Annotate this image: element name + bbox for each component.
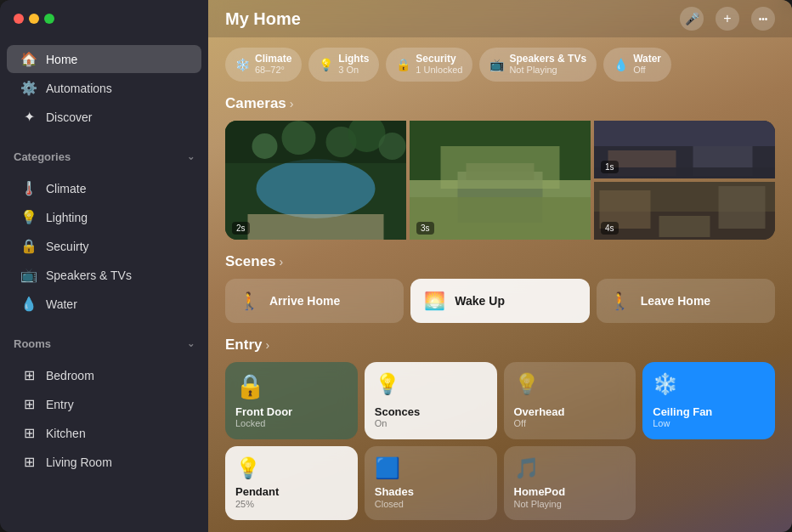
scene-arrive-home[interactable]: 🚶 Arrive Home (225, 279, 404, 323)
minimize-button[interactable] (29, 14, 39, 24)
sidebar-item-lighting[interactable]: 💡 Lighting (7, 203, 201, 231)
overhead-status: Off (514, 418, 626, 429)
homepod-icon: 🎵 (514, 456, 626, 480)
tile-sconces[interactable]: 💡 Sconces On (365, 362, 497, 440)
lights-pill-name: Lights (338, 53, 369, 65)
lights-pill[interactable]: 💡 Lights 3 On (308, 48, 379, 82)
camera-feed-1[interactable]: 2s (225, 121, 406, 240)
sidebar-nav: 🏠 Home ⚙️ Automations ✦ Discover (0, 37, 208, 139)
svg-point-3 (252, 133, 278, 159)
sidebar: 🏠 Home ⚙️ Automations ✦ Discover Categor… (0, 0, 208, 532)
rooms-nav: ⊞ Bedroom ⊞ Entry ⊞ Kitchen ⊞ Living Roo… (0, 354, 208, 484)
speakers-pill-text: Speakers & TVs Not Playing (509, 53, 586, 76)
tiles-grid: 🔒 Front Door Locked 💡 Sconces On (225, 362, 775, 521)
siri-icon: 🎤 (685, 12, 699, 25)
close-button[interactable] (14, 14, 24, 24)
add-icon: + (723, 11, 731, 26)
svg-point-4 (282, 121, 316, 155)
sconces-status: On (375, 418, 487, 429)
entry-icon: ⊞ (20, 396, 37, 412)
main-content: ❄️ Climate 68–72° 💡 Lights 3 On 🔒 (208, 37, 792, 532)
leave-home-icon: 🚶 (608, 291, 632, 311)
categories-nav: 🌡️ Climate 💡 Lighting 🔒 Secuirty 📺 Speak… (0, 167, 208, 325)
svg-rect-14 (441, 146, 560, 189)
wake-up-label: Wake Up (455, 294, 505, 308)
overhead-info: Overhead Off (514, 405, 626, 430)
tile-overhead[interactable]: 💡 Overhead Off (504, 362, 636, 440)
rooms-chevron[interactable]: ⌄ (187, 338, 195, 349)
camera-feed-4[interactable]: 4s (594, 182, 775, 240)
lights-pill-text: Lights 3 On (338, 53, 369, 76)
ceiling-fan-info: Ceiling Fan Low (653, 405, 765, 430)
kitchen-icon: ⊞ (20, 425, 37, 441)
homepod-name: HomePod (514, 485, 626, 499)
scene-wake-up[interactable]: 🌅 Wake Up (410, 279, 589, 323)
svg-rect-24 (659, 216, 710, 237)
categories-section-header: Categories ⌄ (0, 139, 208, 167)
scenes-chevron[interactable]: › (280, 255, 284, 269)
svg-point-7 (379, 133, 406, 160)
sidebar-item-automations[interactable]: ⚙️ Automations (7, 74, 201, 102)
climate-pill-name: Climate (255, 53, 291, 65)
fullscreen-button[interactable] (44, 14, 54, 24)
speakers-pill[interactable]: 📺 Speakers & TVs Not Playing (479, 48, 597, 82)
tile-shades[interactable]: 🟦 Shades Closed (365, 446, 497, 520)
more-button[interactable]: ••• (751, 7, 775, 31)
sidebar-titlebar (0, 0, 208, 37)
categories-chevron[interactable]: ⌄ (187, 151, 195, 162)
tile-front-door[interactable]: 🔒 Front Door Locked (225, 362, 358, 440)
bedroom-icon: ⊞ (20, 367, 37, 383)
ceiling-fan-name: Ceiling Fan (653, 405, 765, 419)
categories-label: Categories (14, 150, 71, 163)
pendant-icon: 💡 (235, 456, 348, 480)
tile-pendant[interactable]: 💡 Pendant 25% (225, 446, 358, 520)
front-door-status: Locked (235, 418, 348, 429)
svg-rect-8 (248, 214, 384, 240)
scene-leave-home[interactable]: 🚶 Leave Home (597, 279, 775, 323)
camera-3-timestamp: 1s (601, 161, 619, 173)
sidebar-item-kitchen-label: Kitchen (46, 427, 86, 440)
lights-pill-icon: 💡 (319, 58, 333, 71)
sidebar-item-climate[interactable]: 🌡️ Climate (7, 174, 201, 202)
front-door-name: Front Door (235, 405, 348, 419)
camera-feed-2[interactable]: 3s (410, 121, 591, 240)
add-button[interactable]: + (716, 7, 739, 31)
homepod-status: Not Playing (514, 499, 626, 510)
sidebar-item-discover[interactable]: ✦ Discover (7, 103, 201, 131)
sidebar-item-bedroom[interactable]: ⊞ Bedroom (7, 361, 201, 389)
camera-2-timestamp: 3s (416, 222, 434, 235)
sidebar-item-speakers-tvs[interactable]: 📺 Speakers & TVs (7, 261, 201, 289)
main-content-area: My Home 🎤 + ••• ❄️ Climate (208, 0, 792, 532)
entry-chevron[interactable]: › (265, 338, 269, 352)
rooms-label: Rooms (14, 337, 51, 350)
tile-ceiling-fan[interactable]: ❄️ Ceiling Fan Low (642, 362, 775, 440)
security-pill[interactable]: 🔒 Security 1 Unlocked (386, 48, 472, 82)
sidebar-item-kitchen[interactable]: ⊞ Kitchen (7, 419, 201, 447)
sidebar-item-home-label: Home (46, 53, 77, 66)
svg-rect-13 (410, 197, 591, 240)
siri-button[interactable]: 🎤 (680, 7, 704, 31)
pendant-status: 25% (235, 499, 348, 510)
sidebar-item-discover-label: Discover (46, 110, 92, 124)
cameras-section-header: Cameras › (225, 95, 775, 112)
water-pill[interactable]: 💧 Water Off (603, 48, 671, 82)
climate-pill[interactable]: ❄️ Climate 68–72° (225, 48, 302, 82)
pendant-name: Pendant (235, 485, 348, 499)
overhead-name: Overhead (514, 405, 626, 419)
sidebar-item-security[interactable]: 🔒 Secuirty (7, 232, 201, 260)
tile-homepod[interactable]: 🎵 HomePod Not Playing (504, 446, 636, 520)
scenes-row: 🚶 Arrive Home 🌅 Wake Up 🚶 Leave Home (225, 279, 775, 323)
sidebar-item-home[interactable]: 🏠 Home (7, 45, 201, 73)
water-icon: 💧 (20, 296, 37, 312)
sidebar-item-water[interactable]: 💧 Water (7, 290, 201, 318)
camera-feed-3[interactable]: 1s (594, 121, 775, 178)
climate-pill-text: Climate 68–72° (255, 53, 291, 76)
entry-section-header: Entry › (225, 337, 775, 354)
sidebar-item-speakers-label: Speakers & TVs (46, 269, 132, 282)
discover-icon: ✦ (20, 109, 37, 125)
sidebar-item-living-room[interactable]: ⊞ Living Room (7, 448, 201, 476)
cameras-chevron[interactable]: › (290, 97, 294, 110)
speakers-pill-value: Not Playing (509, 65, 586, 76)
entry-title: Entry (225, 337, 262, 354)
sidebar-item-entry[interactable]: ⊞ Entry (7, 390, 201, 418)
